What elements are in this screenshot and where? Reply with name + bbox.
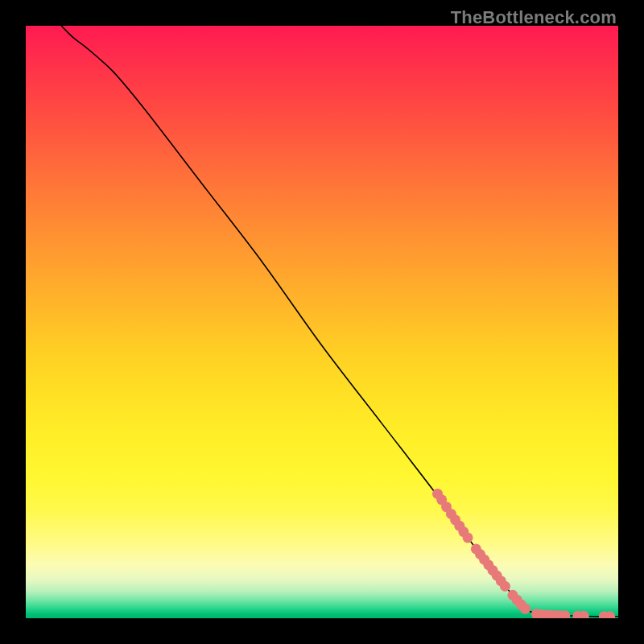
chart-frame: TheBottleneck.com xyxy=(0,0,644,644)
data-marker xyxy=(463,532,473,543)
data-marker xyxy=(500,581,510,592)
chart-svg xyxy=(26,26,618,618)
plot-area xyxy=(26,26,618,618)
data-markers xyxy=(432,489,615,618)
trend-curve xyxy=(61,26,618,617)
data-marker xyxy=(520,604,530,614)
